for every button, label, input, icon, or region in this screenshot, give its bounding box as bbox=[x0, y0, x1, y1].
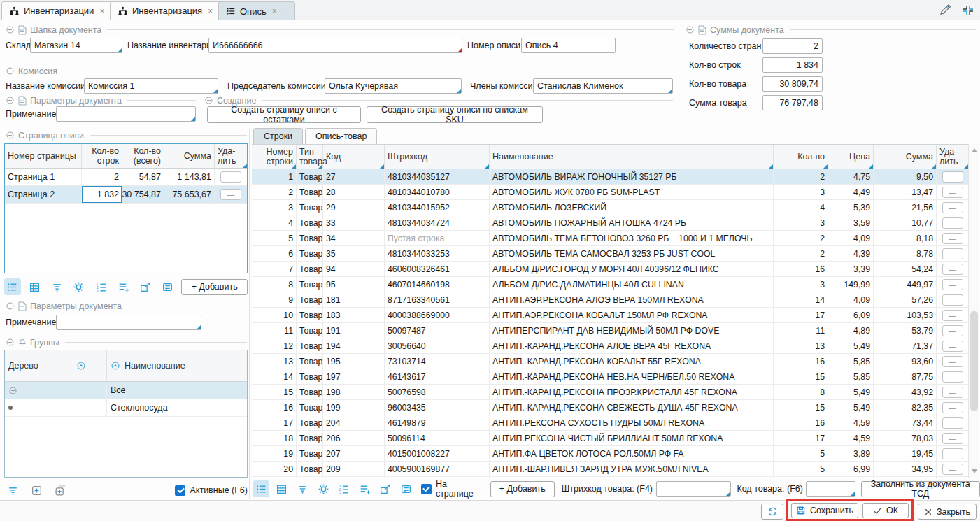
list-view-icon[interactable] bbox=[253, 480, 269, 497]
refresh-page-icon[interactable] bbox=[159, 278, 176, 295]
add-line-button[interactable]: + Добавить bbox=[490, 481, 555, 497]
filter-icon[interactable] bbox=[4, 482, 21, 499]
delete-line-button[interactable]: — bbox=[942, 341, 963, 352]
open-external-icon[interactable] bbox=[378, 480, 394, 497]
collapse-icon[interactable] bbox=[686, 25, 695, 34]
col-header-sum[interactable]: Сумма bbox=[164, 144, 215, 168]
tab-close-icon[interactable]: × bbox=[272, 6, 277, 16]
tab-inventory[interactable]: Инвентаризация × bbox=[110, 1, 232, 20]
warehouse-input[interactable] bbox=[30, 38, 122, 53]
lines-table-row[interactable]: 8Товар954607014660198АЛЬБОМ Д/РИС.ДАЛМАТ… bbox=[252, 277, 968, 292]
note-input[interactable] bbox=[56, 106, 196, 122]
lines-table-row[interactable]: 2Товар284810344010780АВТОМОБИЛЬ ЖУК 0780… bbox=[252, 185, 968, 200]
goods-sum-value[interactable] bbox=[762, 95, 823, 110]
delete-line-button[interactable]: — bbox=[942, 402, 963, 413]
collapse-icon[interactable] bbox=[6, 131, 15, 140]
pages-table-row[interactable]: Страница 1254,871 143,81— bbox=[5, 169, 247, 186]
refresh-button[interactable] bbox=[761, 504, 783, 520]
note-left-input[interactable] bbox=[56, 315, 201, 330]
delete-line-button[interactable]: — bbox=[942, 202, 963, 213]
tab-opis-tovar[interactable]: Опись-товар bbox=[305, 128, 377, 144]
delete-line-button[interactable]: — bbox=[942, 417, 963, 429]
numbered-list-icon[interactable]: 123 bbox=[93, 278, 110, 295]
collapse-icon[interactable] bbox=[6, 25, 15, 34]
col-header-delete[interactable]: Уда-лить bbox=[215, 144, 247, 168]
lines-table-row[interactable]: 4Товар334810344034724АВТОМОБИЛЬ ПОЖАРНЫЙ… bbox=[252, 215, 968, 231]
rows-count-value[interactable] bbox=[762, 57, 823, 73]
numbered-list-icon[interactable]: 123 bbox=[336, 480, 352, 497]
col-header-name[interactable]: Наименование bbox=[490, 145, 774, 169]
dock-corners-icon[interactable] bbox=[962, 3, 974, 16]
lines-table-row[interactable]: 13Товар19573103714АНТИП.-КАРАНД.РЕКСОНА … bbox=[252, 354, 968, 369]
collapse-icon[interactable] bbox=[6, 96, 15, 105]
scroll-up-arrow[interactable] bbox=[972, 148, 977, 152]
col-header-page-number[interactable]: Номер страницы bbox=[5, 144, 82, 168]
tab-close-icon[interactable]: × bbox=[99, 6, 104, 16]
groups-table-row[interactable]: Все bbox=[5, 382, 247, 399]
col-header-sum[interactable]: Сумма bbox=[874, 145, 937, 169]
expand-plus-icon[interactable] bbox=[8, 386, 17, 395]
col-header-rows-count[interactable]: Кол-во строк bbox=[82, 144, 122, 168]
create-page-rest-button[interactable]: Создать страницу описи с остатками bbox=[207, 106, 361, 123]
list-view-icon[interactable] bbox=[4, 278, 21, 295]
filter-icon[interactable] bbox=[48, 278, 65, 295]
col-header-tree[interactable]: Дерево bbox=[5, 350, 90, 381]
delete-line-button[interactable]: — bbox=[942, 248, 963, 259]
edit-pencil-icon[interactable] bbox=[938, 3, 952, 17]
grid-view-icon[interactable] bbox=[27, 278, 43, 295]
add-box-icon[interactable] bbox=[28, 482, 45, 499]
delete-line-button[interactable]: — bbox=[942, 371, 963, 383]
lines-table-row[interactable]: 20Товар2094005900169877АНТИП.-ШАР.НИВЕЯ … bbox=[252, 462, 968, 477]
tab-inventories[interactable]: Инвентаризации × bbox=[1, 1, 124, 20]
active-checkbox[interactable] bbox=[175, 485, 185, 496]
lines-table-row[interactable]: 19Товар2074015001008227АНТИП.ФА ЦВЕТОК Л… bbox=[252, 446, 968, 462]
tab-lines[interactable]: Строки bbox=[253, 128, 303, 144]
refresh-page-icon[interactable] bbox=[398, 480, 414, 497]
vertical-scrollbar[interactable] bbox=[968, 144, 979, 478]
lines-table-row[interactable]: 16Товар19996003435АНТИП.-КАРАНД.РЕКСОНА … bbox=[252, 400, 968, 415]
on-page-checkbox[interactable] bbox=[421, 484, 432, 494]
lines-table-row[interactable]: 11Товар19150097487АНТИПЕРСПИРАНТ ДАВ НЕВ… bbox=[252, 323, 968, 338]
delete-line-button[interactable]: — bbox=[942, 233, 963, 244]
collapse-icon[interactable] bbox=[6, 301, 15, 311]
goods-count-value[interactable] bbox=[762, 76, 823, 92]
opis-number-input[interactable] bbox=[521, 38, 616, 53]
collapse-icon[interactable] bbox=[6, 338, 15, 347]
filter-icon[interactable] bbox=[294, 480, 311, 497]
delete-line-button[interactable]: — bbox=[942, 387, 963, 398]
commission-chair-input[interactable] bbox=[325, 78, 462, 94]
on-page-checkbox-group[interactable]: На странице bbox=[421, 479, 483, 499]
add-list-item-icon[interactable] bbox=[357, 480, 373, 497]
settings-gear-icon[interactable] bbox=[315, 480, 332, 497]
lines-table-row[interactable]: 1Товар274810344035127АВТОМОБИЛЬ ВИРАЖ ГО… bbox=[252, 169, 968, 185]
commission-name-input[interactable] bbox=[84, 78, 218, 94]
lines-table-row[interactable]: 14Товар19746143617АНТИП.-КАРАНД.РЕКСОНА … bbox=[252, 369, 968, 385]
commission-members-input[interactable] bbox=[533, 78, 673, 94]
delete-line-button[interactable]: — bbox=[942, 356, 963, 367]
delete-line-button[interactable]: — bbox=[942, 217, 963, 229]
open-external-icon[interactable] bbox=[137, 278, 154, 295]
delete-line-button[interactable]: — bbox=[942, 187, 963, 198]
delete-line-button[interactable]: — bbox=[942, 325, 963, 336]
lines-table-row[interactable]: 18Товар20650096114АНТИП.РЕКСОНА ЧИСТЫЙ Б… bbox=[252, 431, 968, 446]
col-header-qty-total[interactable]: Кол-во (всего) bbox=[122, 144, 164, 168]
lines-table-row[interactable]: 3Товар294810344015952АВТОМОБИЛЬ ЛОЗЕВСКИ… bbox=[252, 200, 968, 215]
tab-close-icon[interactable]: × bbox=[208, 6, 213, 16]
col-header-item-type[interactable]: Тип товара bbox=[297, 145, 323, 169]
add-list-item-icon[interactable] bbox=[115, 278, 132, 295]
col-header-delete[interactable]: Уда-лить bbox=[937, 145, 968, 169]
grid-view-icon[interactable] bbox=[274, 480, 290, 497]
col-header-line-number[interactable]: Номер строки bbox=[264, 145, 297, 169]
lines-table-row[interactable]: 12Товар19430056640АНТИП.-КАРАНД.РЕКСОНА … bbox=[252, 338, 968, 354]
scroll-down-arrow[interactable] bbox=[972, 469, 977, 473]
col-header-price[interactable]: Цена bbox=[828, 145, 874, 169]
col-header-qty[interactable]: Кол-во bbox=[774, 145, 828, 169]
pages-count-value[interactable] bbox=[762, 38, 823, 54]
delete-line-button[interactable]: — bbox=[942, 310, 963, 321]
save-button[interactable]: Сохранить bbox=[791, 503, 858, 518]
delete-line-button[interactable]: — bbox=[942, 171, 963, 183]
fill-from-tsd-button[interactable]: Заполнить из документа ТСД bbox=[861, 481, 980, 497]
delete-line-button[interactable]: — bbox=[942, 448, 963, 459]
delete-line-button[interactable]: — bbox=[942, 464, 963, 475]
tab-opis[interactable]: Опись × bbox=[218, 1, 295, 20]
